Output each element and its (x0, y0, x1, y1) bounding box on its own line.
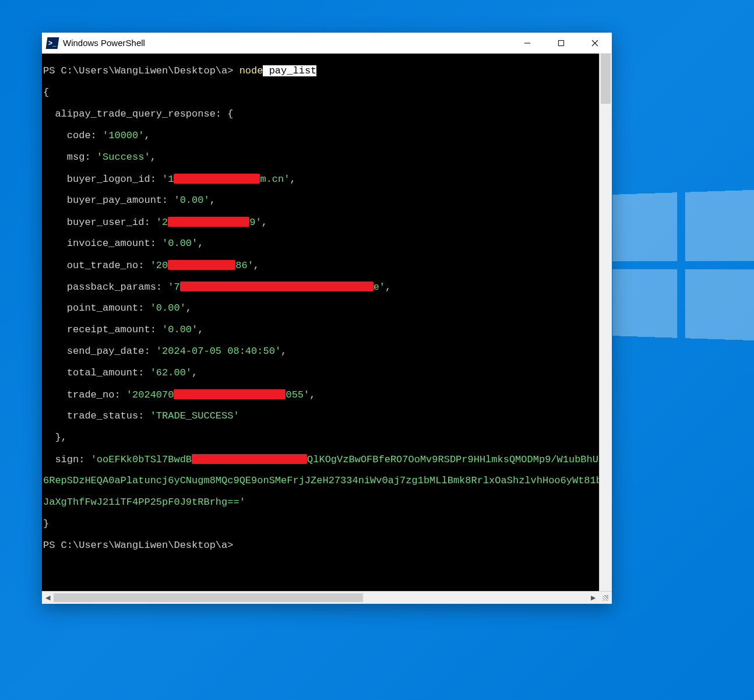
field-value: '2024-07-05 08:40:50' (156, 346, 281, 357)
powershell-icon: >_ (46, 37, 59, 49)
redaction (180, 282, 374, 291)
field-value: '10000' (103, 130, 144, 141)
prompt: PS C:\Users\WangLiwen\Desktop\a> (43, 65, 233, 76)
field-key: out_trade_no: (43, 260, 144, 271)
close-button[interactable] (578, 33, 612, 54)
field-value: '62.00' (150, 367, 192, 378)
field-value: '2 (156, 217, 168, 228)
horizontal-scrollbar[interactable]: ◀ ▶ (42, 591, 612, 604)
field-value: '20 (150, 260, 168, 271)
field-value: '0.00' (162, 238, 198, 249)
scroll-left-arrow-icon[interactable]: ◀ (42, 592, 54, 604)
field-key: buyer_pay_amount: (43, 195, 168, 206)
terminal-output[interactable]: PS C:\Users\WangLiwen\Desktop\a> node pa… (42, 54, 599, 591)
brace: { (43, 87, 49, 98)
window-title: Windows PowerShell (63, 38, 145, 48)
field-key: msg: (43, 152, 91, 163)
command-keyword: node (239, 65, 263, 76)
field-key: total_amount: (43, 367, 144, 378)
field-value: 'ooEFKk0bTSl7BwdB (91, 454, 192, 465)
field-key: passback_params: (43, 282, 162, 293)
maximize-button[interactable] (544, 33, 578, 54)
scroll-right-arrow-icon[interactable]: ▶ (587, 592, 599, 604)
field-key: send_pay_date: (43, 346, 150, 357)
scrollbar-track[interactable] (54, 592, 587, 604)
scrollbar-thumb[interactable] (601, 54, 611, 104)
powershell-window: >_ Windows PowerShell PS C:\Users\WangLi… (42, 33, 612, 604)
field-value: m.cn' (260, 174, 290, 185)
field-key: buyer_user_id: (43, 217, 150, 228)
redaction (192, 454, 307, 464)
field-value: JaXgThfFwJ21iTF4PP25pF0J9tRBrhg==' (43, 497, 245, 508)
field-value: 6RepSDzHEQA0aPlatuncj6yCNugm8MQc9QE9onSM… (43, 475, 599, 486)
field-key: trade_status: (43, 410, 144, 421)
redaction (174, 389, 286, 399)
desktop-windows-logo (612, 190, 754, 340)
field-key: point_amount: (43, 302, 144, 314)
svg-rect-1 (559, 40, 564, 45)
field-value: 'TRADE_SUCCESS' (150, 410, 239, 421)
field-key: sign: (43, 454, 84, 465)
brace: } (43, 518, 49, 529)
scrollbar-thumb[interactable] (54, 593, 363, 602)
resize-grip-icon[interactable] (599, 592, 612, 604)
field-key: buyer_logon_id: (43, 174, 156, 185)
field-key: invoice_amount: (43, 238, 156, 249)
minimize-button[interactable] (510, 33, 544, 54)
field-key: code: (43, 130, 97, 141)
field-key: trade_no: (43, 389, 121, 400)
command-arg-selected: pay_list (263, 65, 316, 76)
titlebar[interactable]: >_ Windows PowerShell (42, 33, 612, 54)
field-key: receipt_amount: (43, 324, 156, 335)
field-value: '0.00' (162, 324, 198, 335)
field-value: '2024070 (126, 389, 174, 400)
field-value: '0.00' (174, 195, 209, 206)
redaction (174, 174, 260, 184)
field-value: '0.00' (150, 302, 186, 314)
vertical-scrollbar[interactable] (599, 54, 612, 591)
brace: }, (43, 432, 67, 443)
field-value: '7 (168, 282, 179, 293)
redaction (168, 260, 235, 270)
response-header: alipay_trade_query_response: { (43, 108, 233, 119)
redaction (168, 217, 249, 227)
prompt: PS C:\Users\WangLiwen\Desktop\a> (43, 540, 233, 551)
field-value: 'Success' (97, 152, 150, 163)
